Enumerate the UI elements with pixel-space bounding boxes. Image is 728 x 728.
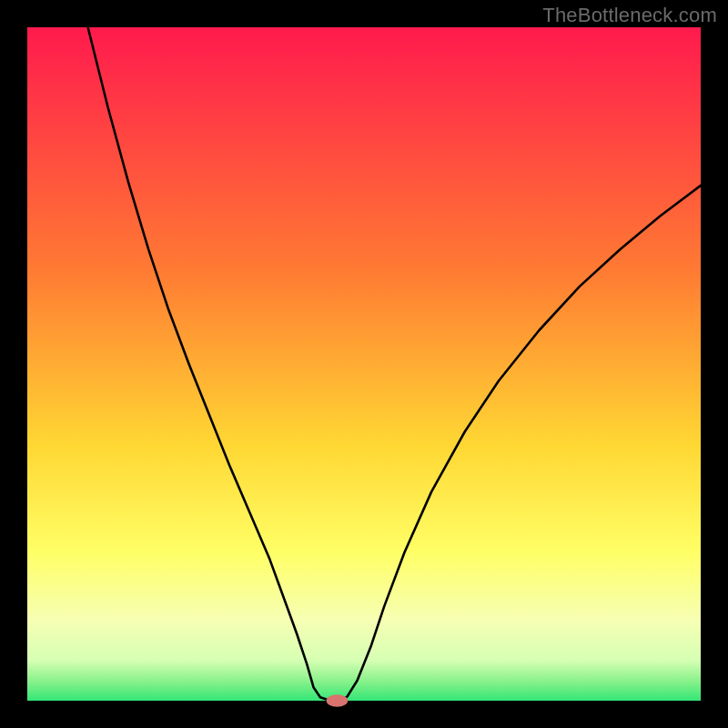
chart-frame: TheBottleneck.com bbox=[0, 0, 728, 728]
watermark-label: TheBottleneck.com bbox=[542, 4, 717, 27]
bottleneck-chart bbox=[0, 0, 728, 728]
chart-background-gradient bbox=[27, 27, 701, 701]
optimal-point-marker bbox=[327, 694, 349, 706]
